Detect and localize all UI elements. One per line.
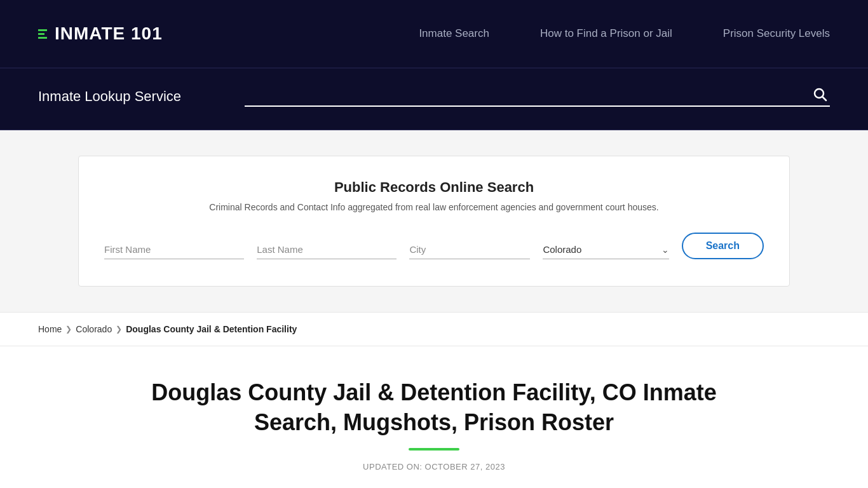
breadcrumb-chevron-2: ❯ [116,325,122,334]
state-select[interactable]: AlabamaAlaskaArizonaArkansasCaliforniaCo… [543,244,661,255]
top-navigation: INMATE 101 Inmate Search How to Find a P… [0,0,868,69]
search-icon [812,86,827,102]
breadcrumb-state[interactable]: Colorado [76,324,112,334]
nav-links: Inmate Search How to Find a Prison or Ja… [419,27,830,40]
search-form: AlabamaAlaskaArizonaArkansasCaliforniaCo… [104,233,764,259]
search-box-subtitle: Criminal Records and Contact Info aggreg… [104,202,764,212]
state-select-wrapper: AlabamaAlaskaArizonaArkansasCaliforniaCo… [543,244,668,259]
city-field [409,240,530,259]
page-content: Douglas County Jail & Detention Facility… [0,346,868,488]
page-title: Douglas County Jail & Detention Facility… [148,378,720,438]
nav-link-security-levels[interactable]: Prison Security Levels [723,27,830,40]
first-name-input[interactable] [104,240,244,259]
breadcrumb-current: Douglas County Jail & Detention Facility [126,324,297,334]
svg-line-1 [823,97,827,101]
first-name-field [104,240,244,259]
search-bar-section: Inmate Lookup Service [0,69,868,130]
nav-link-find-prison[interactable]: How to Find a Prison or Jail [540,27,672,40]
breadcrumb-home[interactable]: Home [38,324,62,334]
nav-link-inmate-search[interactable]: Inmate Search [419,27,489,40]
state-field: AlabamaAlaskaArizonaArkansasCaliforniaCo… [543,244,668,259]
last-name-input[interactable] [257,240,397,259]
chevron-down-icon: ⌄ [661,245,669,255]
lookup-search-input[interactable] [245,88,810,101]
search-box-title: Public Records Online Search [104,179,764,196]
logo-text: INMATE 101 [55,24,163,44]
breadcrumb-section: Home ❯ Colorado ❯ Douglas County Jail & … [0,312,868,346]
logo-icon [38,29,47,39]
logo[interactable]: INMATE 101 [38,24,163,44]
last-name-field [257,240,397,259]
lookup-service-label: Inmate Lookup Service [38,88,181,105]
lookup-search-button[interactable] [810,86,830,102]
breadcrumb: Home ❯ Colorado ❯ Douglas County Jail & … [38,324,830,334]
page-updated: UPDATED ON: OCTOBER 27, 2023 [38,462,830,471]
city-input[interactable] [409,240,530,259]
search-button[interactable]: Search [682,233,764,259]
title-underline [409,448,459,451]
public-records-search-box: Public Records Online Search Criminal Re… [78,156,790,287]
main-content-area: Public Records Online Search Criminal Re… [0,130,868,312]
breadcrumb-chevron-1: ❯ [65,325,72,334]
lookup-search-container [245,86,830,107]
